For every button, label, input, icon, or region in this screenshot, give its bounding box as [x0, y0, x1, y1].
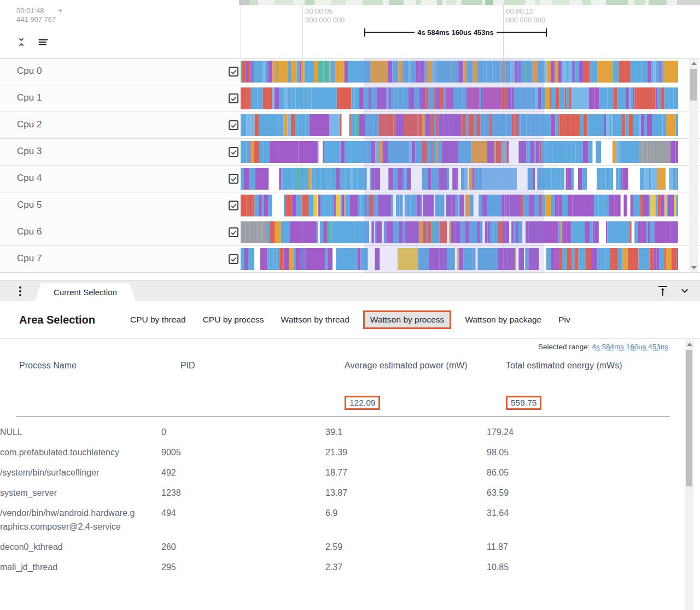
track-label: Cpu 4 — [17, 173, 42, 184]
table-header-row: Process Name PID Average estimated power… — [0, 359, 700, 372]
tab-current-selection[interactable]: Current Selection — [35, 283, 136, 301]
checkmark-icon — [230, 229, 237, 236]
table-row: decon0_kthread 260 2.59 11.87 — [0, 537, 700, 557]
sort-tracks-icon[interactable] — [36, 36, 50, 48]
checkmark-icon — [230, 175, 237, 183]
checkmark-icon — [230, 122, 237, 129]
minimap-left-handle[interactable] — [239, 0, 250, 5]
tab-piv[interactable]: Piv — [558, 315, 570, 325]
total-energy-cell: 63.59 — [487, 486, 700, 500]
cpu-sched-track[interactable] — [241, 61, 678, 83]
tracks-scrollbar-thumb[interactable] — [690, 69, 697, 101]
expand-panel-to-top-icon[interactable] — [656, 284, 669, 297]
track-checkbox[interactable] — [229, 174, 238, 184]
track-label: Cpu 7 — [17, 253, 42, 264]
minimap-right-handle[interactable] — [677, 0, 700, 5]
minimap-activity-segment — [504, 0, 526, 5]
tab-wattson-by-process[interactable]: Wattson by process — [363, 310, 452, 329]
pid-cell: 1238 — [161, 486, 325, 500]
panel-scrollbar[interactable] — [685, 340, 693, 610]
area-selection-title: Area Selection — [19, 314, 95, 326]
table-row: mali_jd_thread 295 2.37 10.85 — [0, 557, 700, 577]
cpu-track-row: Cpu 1 — [0, 85, 700, 112]
average-power-cell: 39.1 — [325, 425, 487, 439]
table-divider — [16, 417, 670, 417]
cpu-sched-track[interactable] — [241, 248, 678, 270]
tab-cpu-by-thread[interactable]: CPU by thread — [130, 315, 186, 325]
minimap-activity-segment — [389, 0, 404, 5]
tab-wattson-by-thread[interactable]: Wattson by thread — [281, 315, 349, 325]
total-energy-cell: 10.85 — [487, 560, 700, 574]
process-name-cell: system_server — [0, 486, 137, 500]
checkmark-icon — [230, 202, 237, 209]
scroll-down-arrow-icon[interactable] — [691, 266, 697, 269]
selected-range: Selected range: 4s 584ms 160us 453ns — [538, 343, 668, 351]
total-energy-value: 559.75 — [506, 396, 541, 410]
track-label-cell: Cpu 1 — [0, 85, 241, 112]
track-checkbox[interactable] — [229, 147, 238, 157]
track-checkbox[interactable] — [229, 67, 238, 77]
pid-cell: 260 — [161, 540, 325, 554]
checkmark-icon — [230, 256, 237, 263]
cpu-sched-track[interactable] — [241, 195, 678, 216]
track-checkbox[interactable] — [229, 254, 238, 264]
minimap-activity-segment — [634, 0, 645, 5]
average-power-cell: 18.77 — [325, 466, 487, 479]
track-checkbox[interactable] — [229, 227, 238, 237]
wattson-by-process-table: Selected range: 4s 584ms 160us 453ns Pro… — [0, 339, 700, 610]
col-header-process-name: Process Name — [19, 359, 180, 372]
process-name-cell: /system/bin/surfaceflinger — [0, 466, 137, 479]
average-power-cell: 13.87 — [325, 486, 487, 500]
col-header-pid: PID — [180, 359, 345, 372]
ruler-tick-5s: 00:00:05000 000 000 — [305, 7, 345, 25]
process-name-cell: /vendor/bin/hw/android.hardware.graphics… — [0, 506, 137, 533]
panel-scrollbar-thumb[interactable] — [686, 350, 692, 486]
clock-time: 00:01:48 — [16, 7, 44, 15]
trace-clock: 00:01:48+ 441 907 767 — [16, 7, 62, 24]
minimap-activity-segment — [606, 0, 628, 5]
average-power-cell: 2.37 — [325, 560, 487, 574]
cpu-sched-track[interactable] — [241, 87, 678, 109]
track-checkbox[interactable] — [229, 93, 238, 103]
track-label-cell: Cpu 4 — [0, 166, 241, 192]
ruler-boundary-line — [241, 5, 241, 58]
tab-cpu-by-process[interactable]: CPU by process — [203, 315, 264, 325]
col-header-total-energy: Total estimated energy (mWs) — [506, 359, 668, 372]
cpu-sched-track[interactable] — [241, 221, 678, 243]
collapse-panel-chevron-down-icon[interactable] — [678, 284, 691, 297]
track-checkbox[interactable] — [229, 201, 238, 210]
minimap-activity-segment — [331, 0, 346, 5]
timeline-ruler[interactable]: 00:01:48+ 441 907 767 00:00:05000 000 00… — [0, 5, 700, 58]
track-label-cell: Cpu 6 — [0, 219, 241, 245]
timeline-minimap[interactable] — [239, 0, 700, 5]
cpu-sched-track[interactable] — [241, 168, 678, 190]
total-energy-cell: 11.87 — [487, 540, 700, 554]
tracks-scrollbar[interactable] — [689, 59, 698, 272]
scroll-up-arrow-icon[interactable] — [691, 62, 697, 65]
minimap-activity-segment — [416, 0, 421, 5]
pid-cell: 9005 — [161, 445, 325, 459]
track-label: Cpu 5 — [17, 200, 42, 210]
average-power-cell: 2.59 — [325, 540, 487, 554]
checkmark-icon — [230, 68, 237, 75]
tab-menu-kebab-icon[interactable] — [16, 285, 24, 298]
pid-cell: 0 — [161, 425, 325, 439]
selected-range-link[interactable]: 4s 584ms 160us 453ns — [592, 343, 668, 351]
table-row: com.prefabulated.touchlatency 9005 21.39… — [0, 442, 700, 462]
average-power-cell: 21.39 — [325, 445, 487, 459]
panel-scroll-up-arrow-icon[interactable] — [687, 343, 692, 346]
track-checkbox[interactable] — [229, 120, 238, 130]
area-selection-tabs: Area Selection CPU by threadCPU by proce… — [0, 301, 700, 339]
process-name-cell: com.prefabulated.touchlatency — [0, 445, 137, 459]
checkmark-icon — [230, 95, 237, 102]
total-energy-cell: 31.64 — [487, 506, 700, 533]
tab-wattson-by-package[interactable]: Wattson by package — [465, 315, 541, 325]
collapse-tracks-icon[interactable] — [15, 36, 27, 48]
minimap-activity-segment — [462, 0, 482, 5]
cpu-track-row: Cpu 2 — [0, 112, 700, 139]
cpu-track-row: Cpu 4 — [0, 166, 700, 192]
cpu-sched-track[interactable] — [241, 114, 678, 136]
table-row: /system/bin/surfaceflinger 492 18.77 86.… — [0, 462, 700, 483]
minimap-activity-segment — [305, 0, 314, 5]
cpu-sched-track[interactable] — [241, 141, 678, 163]
